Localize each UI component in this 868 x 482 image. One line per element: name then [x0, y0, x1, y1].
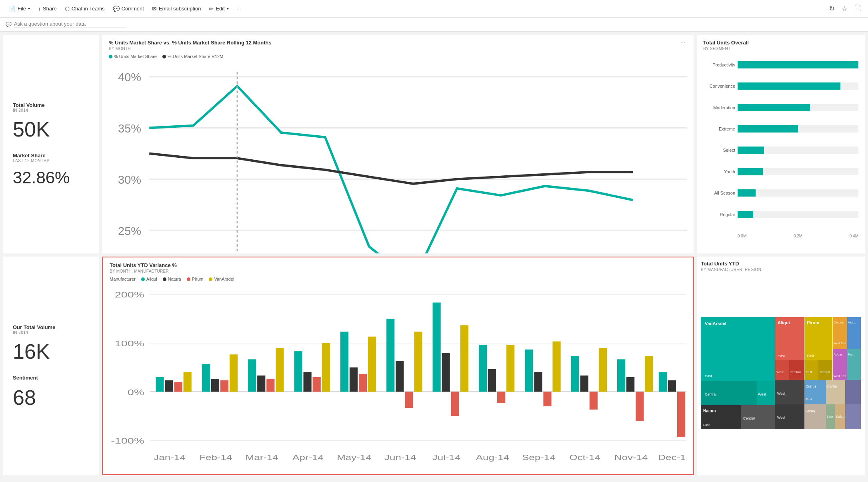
svg-text:Farna: Farna: [806, 409, 815, 413]
svg-rect-38: [230, 354, 238, 392]
more-label: ···: [237, 6, 241, 12]
more-options-button[interactable]: ···: [233, 0, 245, 17]
svg-text:Abbas: Abbas: [834, 353, 843, 356]
svg-text:Quibus: Quibus: [834, 321, 844, 324]
our-total-value: 16K: [13, 341, 90, 362]
svg-text:0%: 0%: [128, 388, 144, 397]
svg-text:-100%: -100%: [111, 436, 144, 445]
hbar-row-youth: Youth: [703, 168, 858, 175]
comment-icon: 💬: [113, 6, 120, 12]
svg-text:West: West: [776, 370, 784, 374]
svg-rect-76: [668, 380, 676, 392]
qa-input-container[interactable]: [14, 21, 126, 28]
svg-text:Mar-14: Mar-14: [246, 453, 278, 461]
svg-rect-46: [322, 343, 330, 392]
svg-text:Central: Central: [790, 370, 801, 374]
legend-dot-dark: [162, 55, 166, 58]
svg-rect-57: [451, 392, 459, 416]
svg-rect-56: [442, 353, 450, 392]
comment-label: Comment: [122, 6, 144, 12]
treemap-farna[interactable]: [804, 404, 826, 429]
treemap-panel: Total Units YTD BY MANUFACTURER, REGION …: [697, 257, 865, 475]
line-chart-title: % Units Market Share vs. % Units Market …: [109, 40, 272, 46]
edit-button[interactable]: ✏ Edit ▾: [205, 0, 232, 17]
file-label: File: [18, 6, 26, 12]
svg-text:Feb-14: Feb-14: [199, 453, 232, 461]
vbar-chart-subtitle: BY MONTH, MANUFACTURER: [110, 269, 686, 273]
svg-text:Currus: Currus: [806, 384, 817, 388]
line-chart-more-button[interactable]: ···: [679, 40, 687, 46]
vbar-chart-area: 200% 100% 0% -100%: [110, 283, 686, 470]
qa-bar: 💬: [0, 18, 868, 32]
hbar-row-select: Select: [703, 147, 858, 154]
market-share-value: 32.86%: [13, 169, 90, 186]
qa-input[interactable]: [14, 21, 126, 27]
svg-text:West: West: [758, 392, 766, 396]
svg-text:East: East: [806, 398, 812, 401]
hbar-row-productivity: Productivity: [703, 61, 858, 68]
legend-r12m: % Units Market Share R12M: [162, 54, 223, 59]
line-chart-panel: % Units Market Share vs. % Units Market …: [102, 35, 694, 253]
svg-text:Sep-14: Sep-14: [522, 453, 556, 461]
hbar-row-convenience: Convenience: [703, 82, 858, 90]
svg-rect-63: [525, 349, 533, 392]
svg-text:Barba: Barba: [827, 384, 837, 388]
svg-text:Jul-14: Jul-14: [432, 453, 461, 461]
svg-rect-39: [248, 359, 256, 392]
svg-rect-58: [460, 325, 468, 392]
svg-rect-74: [645, 356, 653, 392]
email-label: Email subscription: [159, 6, 201, 12]
svg-rect-45: [313, 377, 321, 392]
refresh-button[interactable]: ↻: [827, 3, 837, 14]
svg-text:West: West: [777, 392, 786, 396]
svg-rect-68: [580, 376, 588, 392]
svg-text:Natura: Natura: [703, 409, 716, 413]
legend-natura: Natura: [163, 277, 181, 281]
hbar-row-regular: Regular: [703, 211, 858, 218]
bottom-kpi-panel: Our Total Volume IN 2014 16K Sentiment 6…: [3, 257, 99, 475]
svg-rect-52: [396, 361, 404, 392]
svg-rect-71: [617, 359, 625, 392]
svg-rect-54: [414, 332, 422, 392]
hbar-chart-area: Productivity Convenience Moderation Extr…: [703, 51, 858, 249]
svg-rect-49: [359, 374, 367, 392]
svg-text:Central: Central: [705, 392, 716, 396]
our-total-label: Our Total Volume: [13, 324, 90, 330]
line-chart-legend: % Units Market Share % Units Market Shar…: [109, 54, 687, 59]
line-chart-header: % Units Market Share vs. % Units Market …: [109, 40, 687, 51]
svg-rect-73: [636, 392, 644, 421]
svg-text:West East: West East: [834, 342, 846, 345]
treemap-vanarsdel[interactable]: [701, 317, 775, 381]
file-icon: 📄: [9, 6, 16, 12]
total-volume-period: IN 2014: [13, 108, 90, 112]
teams-icon: ⬡: [65, 6, 70, 12]
share-icon: ↑: [38, 6, 41, 12]
comment-button[interactable]: 💬 Comment: [109, 0, 148, 17]
legend-aliqui: Aliqui: [141, 277, 157, 281]
legend-pirum: Pirum: [187, 277, 204, 281]
svg-text:Oct-14: Oct-14: [569, 453, 600, 461]
qa-icon: 💬: [6, 22, 12, 27]
svg-text:East: East: [703, 423, 710, 427]
svg-text:Jun-14: Jun-14: [384, 453, 416, 461]
favorite-button[interactable]: ☆: [839, 3, 850, 14]
email-subscription-button[interactable]: ✉ Email subscription: [148, 0, 205, 17]
file-button[interactable]: 📄 File ▾: [5, 0, 34, 17]
svg-text:May-14: May-14: [337, 453, 372, 461]
our-total-period: IN 2014: [13, 330, 90, 335]
svg-rect-32: [165, 380, 173, 392]
total-volume-value: 50K: [13, 119, 90, 140]
chat-teams-button[interactable]: ⬡ Chat in Teams: [61, 0, 109, 17]
share-button[interactable]: ↑ Share: [34, 0, 61, 17]
svg-rect-65: [543, 392, 551, 406]
svg-text:Apr-14: Apr-14: [292, 453, 324, 461]
svg-text:Central: Central: [743, 416, 755, 420]
treemap-extra2: [845, 404, 861, 429]
svg-text:Vict...: Vict...: [848, 321, 856, 324]
svg-rect-44: [304, 372, 312, 392]
fullscreen-button[interactable]: ⛶: [852, 3, 863, 14]
edit-label: Edit: [216, 6, 224, 12]
svg-text:200%: 200%: [115, 290, 144, 299]
svg-text:30%: 30%: [118, 173, 141, 186]
treemap-barba[interactable]: [826, 380, 845, 404]
